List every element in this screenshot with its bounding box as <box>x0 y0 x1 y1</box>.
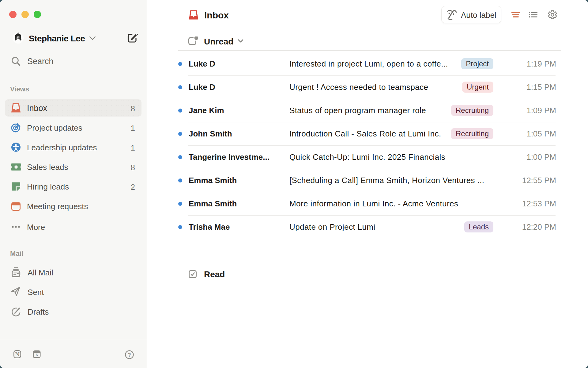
svg-text:N: N <box>15 351 20 358</box>
svg-text:?: ? <box>128 352 131 358</box>
svg-text:6: 6 <box>36 353 38 357</box>
